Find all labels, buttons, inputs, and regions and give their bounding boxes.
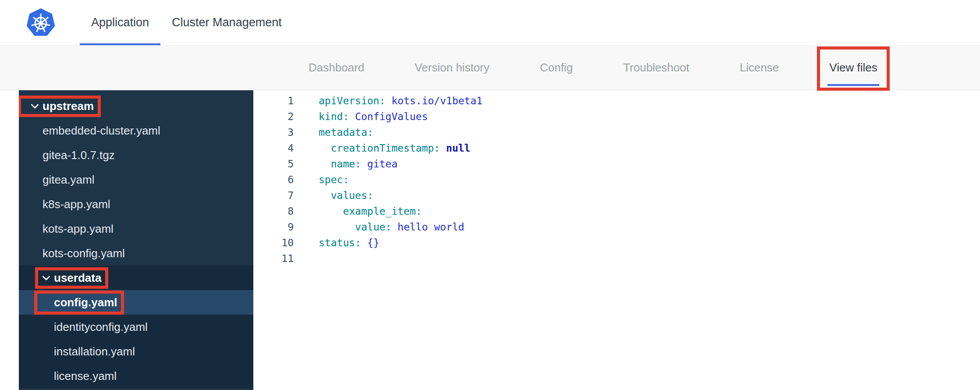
tab-cluster-management[interactable]: Cluster Management — [160, 0, 293, 45]
file-k8s-app.yaml[interactable]: k8s-app.yaml — [19, 192, 253, 216]
file-gitea.yaml[interactable]: gitea.yaml — [19, 167, 253, 192]
code-lines: 1apiVersion: kots.io/v1beta12kind: Confi… — [253, 93, 980, 266]
folder-userdata[interactable]: userdata — [19, 266, 253, 290]
tab-config[interactable]: Config — [540, 46, 573, 90]
kubernetes-logo — [26, 0, 55, 45]
tree-item-label: embedded-cluster.yaml — [43, 124, 160, 138]
top-level-tabs: Application Cluster Management — [80, 0, 293, 45]
line-number: 5 — [253, 156, 294, 172]
tree-item-label: identityconfig.yaml — [54, 320, 148, 334]
tab-label: License — [740, 61, 779, 74]
code-text: creationTimestamp: null — [319, 140, 470, 156]
chevron-down-icon — [30, 101, 40, 111]
code-line: 11 — [253, 251, 980, 266]
file-kots-app.yaml[interactable]: kots-app.yaml — [19, 216, 253, 241]
tab-label: Version history — [415, 61, 490, 74]
code-line: 4 creationTimestamp: null — [253, 140, 980, 156]
file-identityconfig.yaml[interactable]: identityconfig.yaml — [19, 315, 253, 339]
code-line: 6spec: — [253, 172, 980, 188]
tab-license[interactable]: License — [740, 46, 779, 90]
code-text: name: gitea — [319, 156, 398, 172]
code-line: 1apiVersion: kots.io/v1beta1 — [253, 93, 980, 109]
line-number: 4 — [253, 140, 294, 156]
file-kots-config.yaml[interactable]: kots-config.yaml — [19, 241, 253, 266]
line-number: 2 — [253, 109, 294, 124]
tree-item-label: installation.yaml — [54, 345, 135, 358]
code-text: status: {} — [319, 235, 380, 251]
code-text: spec: — [319, 172, 349, 188]
app-header: Application Cluster Management — [0, 0, 980, 45]
tab-label: Troubleshoot — [623, 61, 689, 74]
kubernetes-logo-icon — [26, 8, 55, 37]
tab-label: Config — [540, 61, 573, 74]
folder-upstream[interactable]: upstream — [19, 94, 253, 118]
tree-item-label: gitea-1.0.7.tgz — [43, 149, 115, 162]
file-license.yaml[interactable]: license.yaml — [19, 364, 253, 388]
code-text: values: — [319, 188, 373, 203]
tree-item-label: userdata — [54, 271, 101, 285]
tab-view-files[interactable]: View files — [829, 46, 877, 90]
code-text: apiVersion: kots.io/v1beta1 — [319, 93, 483, 109]
code-line: 3metadata: — [253, 124, 980, 140]
tab-label: View files — [829, 61, 877, 74]
file-config.yaml[interactable]: config.yaml — [19, 290, 253, 315]
code-text: metadata: — [319, 124, 373, 140]
tab-version-history[interactable]: Version history — [415, 46, 490, 90]
tree-item-label: upstream — [43, 99, 94, 113]
line-number: 7 — [253, 188, 294, 203]
tree-item-label: gitea.yaml — [43, 173, 95, 187]
main-content: upstreamembedded-cluster.yamlgitea-1.0.7… — [0, 90, 980, 390]
tree-item-label: k8s-app.yaml — [43, 198, 110, 211]
subnav-tabs: DashboardVersion historyConfigTroublesho… — [309, 46, 877, 90]
line-number: 6 — [253, 172, 294, 188]
code-line: 9 value: hello world — [253, 219, 980, 235]
tree-item-label: kots-config.yaml — [43, 247, 125, 260]
code-text: kind: ConfigValues — [319, 109, 428, 124]
line-number: 11 — [253, 251, 294, 266]
code-line: 10status: {} — [253, 235, 980, 251]
code-line: 8 example_item: — [253, 203, 980, 219]
file-gitea-1.0.7.tgz[interactable]: gitea-1.0.7.tgz — [19, 143, 253, 167]
tab-troubleshoot[interactable]: Troubleshoot — [623, 46, 689, 90]
line-number: 1 — [253, 93, 294, 109]
tree-item-label: kots-app.yaml — [43, 222, 114, 236]
line-number: 9 — [253, 219, 294, 235]
line-number: 3 — [253, 124, 294, 140]
code-text: example_item: — [319, 203, 422, 219]
app-subnav: DashboardVersion historyConfigTroublesho… — [0, 45, 980, 90]
code-text: value: hello world — [319, 219, 464, 235]
tree-item-label: config.yaml — [54, 296, 117, 309]
tab-application[interactable]: Application — [80, 0, 160, 45]
tree-item-label: license.yaml — [54, 369, 117, 383]
code-line: 2kind: ConfigValues — [253, 109, 980, 124]
line-number: 10 — [253, 235, 294, 251]
code-line: 5 name: gitea — [253, 156, 980, 172]
chevron-down-icon — [41, 273, 51, 283]
line-number: 8 — [253, 203, 294, 219]
file-installation.yaml[interactable]: installation.yaml — [19, 339, 253, 364]
file-embedded-cluster.yaml[interactable]: embedded-cluster.yaml — [19, 118, 253, 143]
tab-label: Dashboard — [309, 61, 364, 74]
file-content-viewer: 1apiVersion: kots.io/v1beta12kind: Confi… — [253, 90, 980, 390]
code-line: 7 values: — [253, 188, 980, 203]
tab-dashboard[interactable]: Dashboard — [309, 46, 364, 90]
file-tree: upstreamembedded-cluster.yamlgitea-1.0.7… — [19, 90, 253, 390]
